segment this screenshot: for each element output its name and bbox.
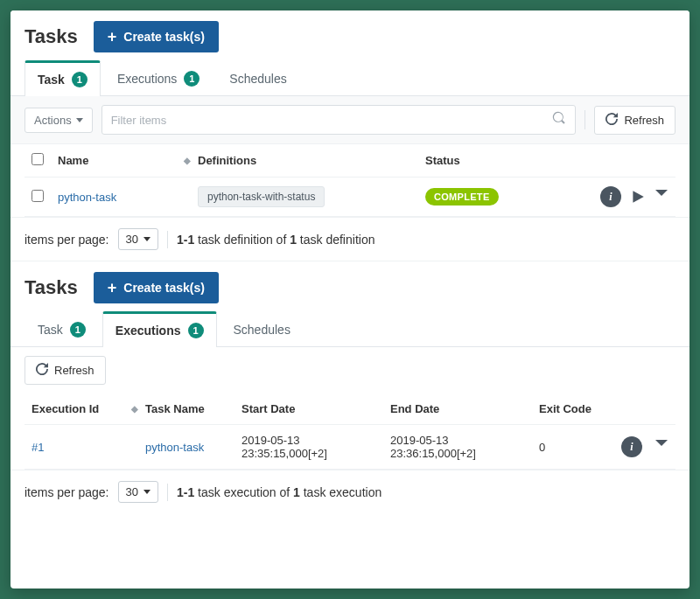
divider [167, 484, 168, 501]
info-icon[interactable]: i [600, 186, 621, 207]
refresh-label: Refresh [624, 114, 664, 127]
plus-icon: + [108, 280, 117, 296]
execution-id-link[interactable]: #1 [32, 441, 44, 454]
col-status: Status [425, 154, 564, 167]
tasks-header-1: Tasks + Create task(s) [10, 10, 690, 59]
create-task-button-2[interactable]: + Create task(s) [94, 272, 219, 303]
table-row: python-task python-task-with-status COMP… [24, 178, 676, 217]
caret-down-icon [76, 118, 83, 122]
filter-box[interactable] [102, 105, 577, 135]
col-start-date: Start Date [242, 402, 390, 415]
sort-icon[interactable]: ◆ [131, 404, 145, 414]
divider [167, 231, 168, 248]
toolbar-2: Refresh [10, 347, 690, 394]
refresh-icon [36, 363, 48, 378]
row-checkbox[interactable] [32, 190, 44, 202]
create-task-label: Create task(s) [123, 281, 205, 295]
definition-chip: python-task-with-status [198, 186, 325, 207]
tab-task-label: Task [38, 73, 65, 87]
tab-schedules-1[interactable]: Schedules [216, 60, 299, 96]
tabs-2: Task 1 Executions 1 Schedules [10, 310, 690, 347]
pager-1: items per page: 30 1-1 task definition o… [10, 217, 690, 261]
tab-executions-2[interactable]: Executions 1 [102, 311, 217, 347]
items-per-page-label: items per page: [24, 233, 109, 247]
pager-text: 1-1 task definition of 1 task definition [177, 233, 374, 247]
tab-exec-label: Executions [116, 324, 181, 338]
filter-input[interactable] [111, 114, 553, 127]
play-icon[interactable] [630, 186, 646, 207]
task-table: Name ◆ Definitions Status python-task py… [10, 144, 690, 217]
refresh-label: Refresh [54, 364, 94, 377]
actions-label: Actions [34, 114, 72, 127]
tasks-header-2: Tasks + Create task(s) [10, 261, 690, 310]
page-title-1: Tasks [24, 25, 78, 48]
table-row: #1 python-task 2019-05-13 23:35:15,000[+… [24, 425, 676, 470]
items-per-page-label: items per page: [24, 485, 109, 499]
refresh-icon [606, 113, 618, 128]
execution-table: Execution Id ◆ Task Name Start Date End … [10, 394, 690, 470]
task-count-badge: 1 [70, 322, 86, 338]
pager-2: items per page: 30 1-1 task execution of… [10, 470, 690, 513]
tab-sched-label: Schedules [229, 72, 286, 86]
create-task-button-1[interactable]: + Create task(s) [94, 21, 219, 52]
page-size-value: 30 [126, 485, 138, 498]
page-size-value: 30 [126, 233, 138, 246]
chevron-down-icon[interactable] [654, 186, 668, 207]
caret-down-icon [144, 237, 150, 241]
task-count-badge: 1 [72, 72, 88, 87]
task-table-head: Name ◆ Definitions Status [24, 144, 676, 178]
select-all-checkbox[interactable] [32, 153, 44, 165]
task-name-link[interactable]: python-task [58, 191, 116, 204]
exec-count-badge: 1 [188, 323, 204, 338]
sort-icon[interactable]: ◆ [184, 156, 198, 165]
divider [584, 110, 585, 129]
tab-task-1[interactable]: Task 1 [24, 60, 101, 96]
tab-schedules-2[interactable]: Schedules [220, 311, 304, 347]
status-badge: COMPLETE [425, 188, 499, 205]
col-definitions: Definitions [198, 154, 425, 167]
execution-table-head: Execution Id ◆ Task Name Start Date End … [24, 394, 676, 425]
actions-dropdown[interactable]: Actions [24, 108, 93, 133]
end-date: 2019-05-13 23:36:15,000[+2] [390, 434, 539, 460]
col-task-name: Task Name [145, 402, 242, 415]
plus-icon: + [108, 29, 117, 45]
col-exit-code: Exit Code [539, 402, 609, 415]
refresh-button-2[interactable]: Refresh [24, 356, 106, 385]
caret-down-icon [144, 490, 150, 494]
col-exec-id: Execution Id [32, 402, 99, 415]
tab-task-2[interactable]: Task 1 [24, 311, 99, 347]
pager-text: 1-1 task execution of 1 task execution [177, 485, 382, 499]
toolbar-1: Actions Refresh [10, 96, 690, 144]
tab-sched-label: Schedules [234, 323, 290, 337]
tab-exec-label: Executions [117, 72, 177, 86]
create-task-label: Create task(s) [123, 30, 205, 44]
tab-task-label: Task [38, 323, 63, 337]
search-icon[interactable] [552, 111, 566, 129]
page-size-select[interactable]: 30 [118, 228, 158, 250]
start-date: 2019-05-13 23:35:15,000[+2] [242, 434, 390, 460]
tabs-1: Task 1 Executions 1 Schedules [10, 59, 690, 96]
exec-count-badge: 1 [184, 71, 200, 87]
refresh-button-1[interactable]: Refresh [594, 106, 676, 135]
chevron-down-icon[interactable] [654, 436, 668, 457]
col-end-date: End Date [390, 402, 539, 415]
exit-code: 0 [539, 441, 609, 454]
info-icon[interactable]: i [621, 436, 642, 457]
task-name-link[interactable]: python-task [145, 441, 204, 454]
page-size-select[interactable]: 30 [118, 481, 158, 503]
col-name: Name [58, 154, 88, 167]
tab-executions-1[interactable]: Executions 1 [104, 60, 213, 96]
page-title-2: Tasks [24, 276, 78, 299]
